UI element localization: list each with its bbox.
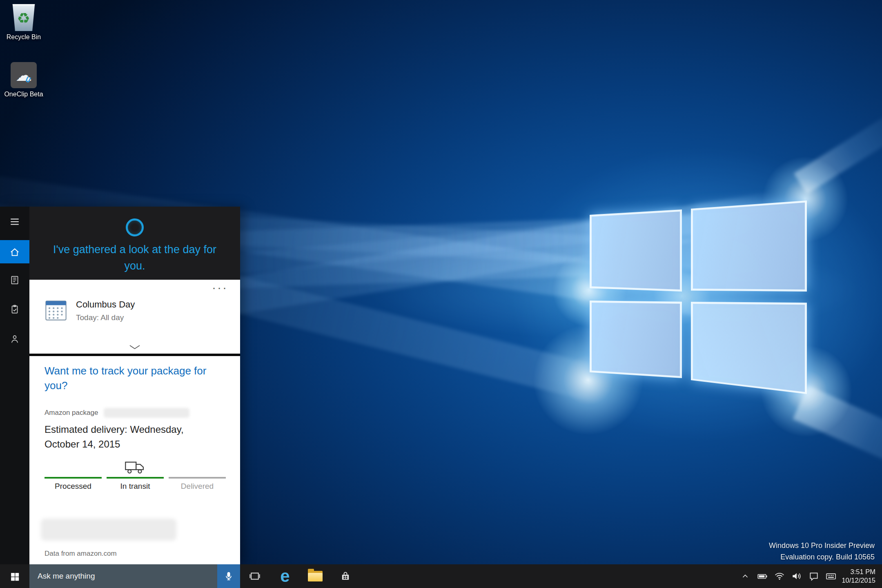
cortana-sidebar [0, 207, 29, 564]
desktop-icon-recycle-bin[interactable]: ♻ Recycle Bin [0, 4, 47, 41]
clock[interactable]: 3:51 PM 10/12/2015 [840, 568, 882, 585]
store-bag-icon [340, 570, 351, 582]
tracking-progress: Processed In transit Delivered [45, 477, 226, 491]
microphone-icon [224, 571, 234, 581]
action-center-button[interactable] [805, 564, 822, 588]
file-explorer-button[interactable] [303, 564, 327, 588]
windows-logo-icon [10, 571, 20, 581]
package-card: Want me to track your package for you? A… [29, 356, 240, 564]
step-label: In transit [107, 482, 164, 491]
edge-icon: e [280, 568, 290, 585]
store-button[interactable] [333, 564, 358, 588]
event-time: Today: All day [76, 313, 124, 322]
tracking-step: In transit [107, 477, 164, 491]
cortana-header: I've gathered a look at the day for you. [29, 207, 240, 280]
progress-bar-segment [45, 477, 102, 479]
desktop-icon-label: OneClip Beta [0, 91, 47, 98]
redacted-package-id [104, 408, 189, 418]
touch-keyboard-button[interactable] [822, 564, 840, 588]
home-icon [9, 247, 20, 257]
sidebar-item-reminders[interactable] [0, 298, 29, 321]
watermark-line2: Evaluation copy. Build 10565 [769, 551, 875, 563]
keyboard-icon [825, 570, 837, 582]
show-hidden-icons-button[interactable] [737, 564, 754, 588]
wifi-button[interactable] [771, 564, 788, 588]
chevron-down-icon [129, 345, 140, 350]
calendar-icon [44, 298, 68, 323]
folder-icon [308, 571, 323, 581]
task-view-icon [249, 570, 261, 582]
clock-date: 10/12/2015 [840, 576, 875, 585]
hamburger-icon [9, 216, 20, 227]
step-label: Processed [45, 482, 102, 491]
taskbar: e [0, 564, 882, 588]
task-view-button[interactable] [243, 564, 267, 588]
wifi-icon [774, 571, 785, 581]
notebook-icon [9, 275, 20, 285]
system-tray: 3:51 PM 10/12/2015 [737, 564, 882, 588]
progress-bar-segment [169, 477, 226, 479]
sidebar-item-notebook[interactable] [0, 269, 29, 292]
oneclip-icon: ☁ [11, 62, 37, 88]
search-box [29, 564, 240, 588]
sidebar-item-home[interactable] [0, 240, 29, 263]
expand-card-button[interactable] [29, 344, 240, 351]
search-input[interactable] [29, 564, 217, 588]
speaker-icon [791, 571, 802, 581]
tracking-step: Processed [45, 477, 102, 491]
package-label: Amazon package [45, 409, 98, 417]
microphone-button[interactable] [217, 564, 240, 588]
cortana-panel: I've gathered a look at the day for you.… [0, 207, 240, 564]
truck-icon [125, 459, 146, 477]
watermark-line1: Windows 10 Pro Insider Preview [769, 540, 875, 551]
person-icon [9, 334, 20, 344]
tracking-step: Delivered [169, 477, 226, 491]
event-title: Columbus Day [76, 299, 135, 310]
sidebar-item-feedback[interactable] [0, 327, 29, 350]
calendar-card[interactable]: ··· Columbus Day Today: All day [29, 280, 240, 354]
edge-button[interactable]: e [273, 564, 297, 588]
battery-icon [757, 571, 768, 581]
chevron-up-icon [741, 572, 750, 581]
desktop-icon-label: Recycle Bin [0, 33, 47, 41]
volume-button[interactable] [788, 564, 805, 588]
progress-bar-segment [107, 477, 164, 479]
battery-button[interactable] [754, 564, 771, 588]
delivery-estimate: Estimated delivery: Wednesday, October 1… [45, 422, 208, 452]
cortana-ring-icon [126, 218, 144, 236]
package-question[interactable]: Want me to track your package for you? [45, 363, 220, 393]
menu-button[interactable] [0, 210, 29, 233]
cortana-greeting: I've gathered a look at the day for you. [49, 241, 220, 274]
insider-watermark: Windows 10 Pro Insider Preview Evaluatio… [769, 540, 875, 563]
step-label: Delivered [169, 482, 226, 491]
clock-time: 3:51 PM [840, 568, 875, 576]
recycle-glyph: ♻ [17, 11, 30, 26]
action-center-icon [808, 571, 819, 581]
start-button[interactable] [0, 564, 29, 588]
card-menu-button[interactable]: ··· [212, 281, 228, 294]
redacted-content [41, 519, 176, 541]
reminders-icon [9, 304, 20, 315]
cortana-body: I've gathered a look at the day for you.… [29, 207, 240, 564]
data-source: Data from amazon.com [45, 550, 117, 558]
recycle-bin-icon: ♻ [11, 4, 36, 31]
package-id-row: Amazon package [45, 408, 189, 418]
desktop-icon-oneclip[interactable]: ☁ OneClip Beta [0, 62, 47, 98]
desktop: ♻ Recycle Bin ☁ OneClip Beta Windows 10 … [0, 0, 882, 588]
